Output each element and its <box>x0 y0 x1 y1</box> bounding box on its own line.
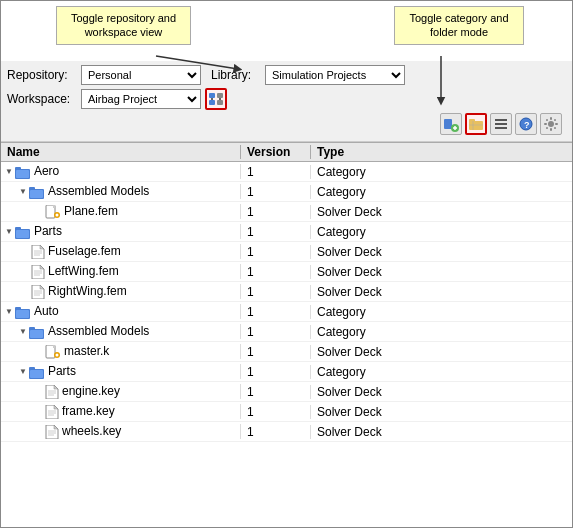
tree-item-type: Solver Deck <box>311 405 572 419</box>
left-callout: Toggle repository and workspace view <box>56 6 191 45</box>
expand-icon[interactable]: ▼ <box>5 307 13 316</box>
col-header-name: Name <box>1 145 241 159</box>
main-window: Toggle repository and workspace view Tog… <box>0 0 573 528</box>
tree-item-version: 1 <box>241 405 311 419</box>
svg-marker-45 <box>40 245 44 249</box>
library-label: Library: <box>211 68 261 82</box>
tree-item-version: 1 <box>241 205 311 219</box>
expand-icon[interactable]: ▼ <box>19 327 27 336</box>
table-row[interactable]: LeftWing.fem1Solver Deck <box>1 262 572 282</box>
svg-rect-19 <box>495 127 507 129</box>
svg-point-68 <box>56 353 59 356</box>
col-header-version: Version <box>241 145 311 159</box>
folder-icon <box>15 224 34 238</box>
tree-item-type: Solver Deck <box>311 425 572 439</box>
svg-rect-27 <box>546 119 549 122</box>
table-row[interactable]: RightWing.fem1Solver Deck <box>1 282 572 302</box>
tree-item-name: engine.key <box>62 384 120 398</box>
toolbar-row-2: Workspace: Airbag Project <box>7 88 566 110</box>
tree-item-type: Solver Deck <box>311 205 572 219</box>
tree-item-version: 1 <box>241 365 311 379</box>
svg-rect-18 <box>495 123 507 125</box>
help-btn[interactable]: ? <box>515 113 537 135</box>
svg-text:?: ? <box>524 120 530 130</box>
tree-item-type: Solver Deck <box>311 385 572 399</box>
svg-marker-66 <box>53 345 55 348</box>
svg-marker-50 <box>40 265 44 269</box>
svg-rect-23 <box>550 117 552 120</box>
table-row[interactable]: Fuselage.fem1Solver Deck <box>1 242 572 262</box>
file-icon <box>31 244 48 259</box>
svg-rect-26 <box>555 123 558 125</box>
tree-item-type: Category <box>311 325 572 339</box>
file-tree[interactable]: ▼ Aero1Category▼ Assembled Models1Catego… <box>1 162 572 492</box>
svg-rect-43 <box>16 230 29 238</box>
toolbar-row-1: Repository: Personal Library: Simulation… <box>7 65 566 85</box>
file-icon <box>31 264 48 279</box>
tree-item-name: Auto <box>34 304 59 318</box>
table-row[interactable]: ▼ Parts1Category <box>1 222 572 242</box>
table-row[interactable]: frame.key1Solver Deck <box>1 402 572 422</box>
tree-item-name: Assembled Models <box>48 184 149 198</box>
svg-marker-78 <box>54 405 58 409</box>
table-row[interactable]: ▼ Parts1Category <box>1 362 572 382</box>
list-view-btn[interactable] <box>490 113 512 135</box>
column-headers: Name Version Type <box>1 142 572 162</box>
svg-rect-71 <box>30 370 43 378</box>
table-row[interactable]: engine.key1Solver Deck <box>1 382 572 402</box>
tree-item-version: 1 <box>241 165 311 179</box>
expand-icon[interactable]: ▼ <box>5 227 13 236</box>
tree-item-name: wheels.key <box>62 424 121 438</box>
gear-file-icon <box>45 204 64 219</box>
expand-icon[interactable]: ▼ <box>19 187 27 196</box>
table-row[interactable]: ▼ Assembled Models1Category <box>1 182 572 202</box>
svg-rect-25 <box>544 123 547 125</box>
table-row[interactable]: ▼ Auto1Category <box>1 302 572 322</box>
tree-item-name: Aero <box>34 164 59 178</box>
tree-item-name: Parts <box>34 224 62 238</box>
expand-icon[interactable]: ▼ <box>5 167 13 176</box>
svg-rect-29 <box>554 119 557 122</box>
svg-rect-5 <box>217 93 223 98</box>
table-row[interactable]: ▼ Assembled Models1Category <box>1 322 572 342</box>
add-icon-btn[interactable] <box>440 113 462 135</box>
tree-item-name: master.k <box>64 344 109 358</box>
settings-btn[interactable] <box>540 113 562 135</box>
tree-item-name: LeftWing.fem <box>48 264 119 278</box>
file-icon <box>45 404 62 419</box>
svg-rect-6 <box>217 100 223 105</box>
svg-rect-33 <box>16 170 29 178</box>
repository-select[interactable]: Personal <box>81 65 201 85</box>
tree-item-type: Solver Deck <box>311 265 572 279</box>
folder-mode-btn[interactable] <box>465 113 487 135</box>
tree-item-type: Category <box>311 165 572 179</box>
tree-item-version: 1 <box>241 285 311 299</box>
tree-item-type: Category <box>311 225 572 239</box>
svg-rect-9 <box>444 119 452 129</box>
file-icon <box>31 284 48 299</box>
tree-item-version: 1 <box>241 385 311 399</box>
library-select[interactable]: Simulation Projects <box>265 65 405 85</box>
tree-item-version: 1 <box>241 425 311 439</box>
table-row[interactable]: master.k1Solver Deck <box>1 342 572 362</box>
svg-marker-55 <box>40 285 44 289</box>
table-row[interactable]: wheels.key1Solver Deck <box>1 422 572 442</box>
expand-icon[interactable]: ▼ <box>19 367 27 376</box>
svg-point-40 <box>56 213 59 216</box>
table-row[interactable]: ▼ Aero1Category <box>1 162 572 182</box>
svg-rect-4 <box>209 100 215 105</box>
folder-icon <box>29 184 48 198</box>
gear-file-icon <box>45 344 64 359</box>
table-row[interactable]: Plane.fem1Solver Deck <box>1 202 572 222</box>
tree-item-version: 1 <box>241 185 311 199</box>
folder-icon <box>15 304 34 318</box>
tree-item-name: RightWing.fem <box>48 284 127 298</box>
workspace-toggle-btn[interactable] <box>205 88 227 110</box>
tree-item-name: Plane.fem <box>64 204 118 218</box>
tree-item-version: 1 <box>241 305 311 319</box>
tree-item-type: Solver Deck <box>311 345 572 359</box>
col-header-type: Type <box>311 145 572 159</box>
workspace-select[interactable]: Airbag Project <box>81 89 201 109</box>
toolbar: Repository: Personal Library: Simulation… <box>1 61 572 142</box>
tree-item-version: 1 <box>241 245 311 259</box>
